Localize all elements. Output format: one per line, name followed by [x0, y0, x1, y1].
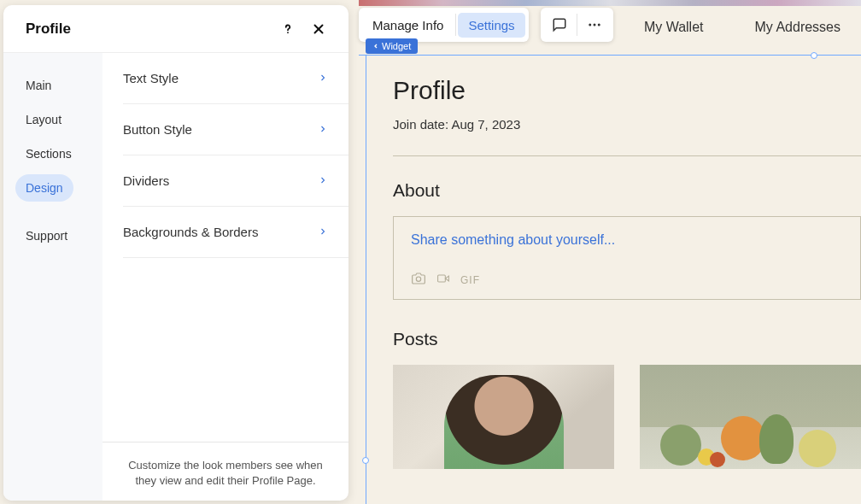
about-media-icons: GIF: [411, 272, 843, 289]
chevron-right-icon: [318, 225, 328, 240]
sidebar-item-design[interactable]: Design: [15, 174, 73, 202]
toolbar-separator: [455, 14, 456, 36]
svg-point-3: [416, 277, 420, 281]
design-row-label: Text Style: [123, 71, 179, 85]
help-icon[interactable]: [280, 21, 296, 37]
widget-badge-label: Widget: [382, 41, 411, 51]
profile-divider: [393, 155, 861, 156]
toolbar-icon-group: [541, 8, 613, 42]
camera-icon[interactable]: [411, 272, 426, 289]
svg-point-0: [589, 24, 591, 26]
tab-my-addresses[interactable]: My Addresses: [755, 20, 840, 35]
about-heading: About: [393, 180, 861, 201]
panel-sidebar: Main Layout Sections Design Support: [3, 53, 102, 501]
sidebar-item-main[interactable]: Main: [15, 72, 62, 99]
svg-point-6: [287, 32, 289, 33]
tab-my-wallet[interactable]: My Wallet: [644, 20, 704, 35]
panel-body: Main Layout Sections Design Support Text…: [3, 53, 348, 501]
panel-title: Profile: [26, 21, 71, 38]
widget-toolbar: Manage Info Settings: [359, 8, 613, 42]
close-icon[interactable]: [311, 21, 326, 37]
profile-tabs: My Wallet My Addresses: [644, 20, 861, 35]
design-row-label: Button Style: [123, 122, 192, 137]
design-row-button-style[interactable]: Button Style: [123, 104, 348, 155]
panel-content: Text Style Button Style Dividers Backgro…: [102, 53, 348, 501]
chevron-right-icon: [318, 173, 328, 189]
posts-heading: Posts: [393, 329, 861, 349]
resize-handle-top[interactable]: [811, 52, 817, 59]
sidebar-item-layout[interactable]: Layout: [15, 106, 72, 133]
panel-header: Profile: [3, 5, 348, 53]
resize-handle-left[interactable]: [362, 457, 369, 464]
design-list: Text Style Button Style Dividers Backgro…: [102, 53, 348, 442]
more-icon[interactable]: [579, 9, 610, 40]
sidebar-item-sections[interactable]: Sections: [15, 140, 82, 167]
chevron-left-icon: [372, 43, 379, 50]
svg-rect-4: [438, 275, 446, 282]
manage-info-button[interactable]: Manage Info: [362, 13, 454, 38]
design-row-backgrounds-borders[interactable]: Backgrounds & Borders: [123, 207, 348, 258]
posts-row: [393, 365, 861, 469]
svg-point-1: [593, 24, 595, 26]
design-row-text-style[interactable]: Text Style: [123, 53, 348, 104]
post-image-portrait: [393, 365, 614, 469]
profile-heading: Profile: [393, 76, 861, 105]
panel-footer-text: Customize the look members see when they…: [102, 442, 348, 501]
post-image-stilllife: [640, 365, 861, 469]
settings-panel: Profile Main Layout Sections Design Supp…: [3, 5, 348, 501]
chat-icon[interactable]: [544, 9, 575, 40]
about-placeholder: Share something about yourself...: [411, 232, 843, 248]
profile-widget-content: Profile Join date: Aug 7, 2023 About Sha…: [393, 76, 861, 504]
post-card-2[interactable]: [640, 365, 861, 469]
profile-join-date: Join date: Aug 7, 2023: [393, 117, 861, 132]
selected-widget-frame: Widget Profile Join date: Aug 7, 2023 Ab…: [359, 55, 861, 504]
sidebar-item-support[interactable]: Support: [15, 222, 78, 249]
about-input-box[interactable]: Share something about yourself... GIF: [393, 216, 861, 300]
chevron-right-icon: [318, 71, 328, 86]
widget-badge[interactable]: Widget: [366, 38, 418, 54]
svg-point-2: [597, 24, 600, 26]
settings-button[interactable]: Settings: [458, 13, 524, 38]
design-row-dividers[interactable]: Dividers: [123, 155, 348, 207]
svg-marker-5: [445, 276, 448, 281]
top-iridescent-strip: [359, 0, 861, 6]
design-row-label: Backgrounds & Borders: [123, 225, 258, 239]
toolbar-separator: [577, 14, 577, 36]
video-icon[interactable]: [435, 273, 452, 288]
chevron-right-icon: [318, 122, 328, 138]
toolbar-main-group: Manage Info Settings: [359, 8, 529, 42]
design-row-label: Dividers: [123, 173, 169, 188]
post-card-1[interactable]: [393, 365, 614, 469]
gif-button[interactable]: GIF: [460, 274, 480, 286]
frame-left-line: [366, 56, 366, 504]
